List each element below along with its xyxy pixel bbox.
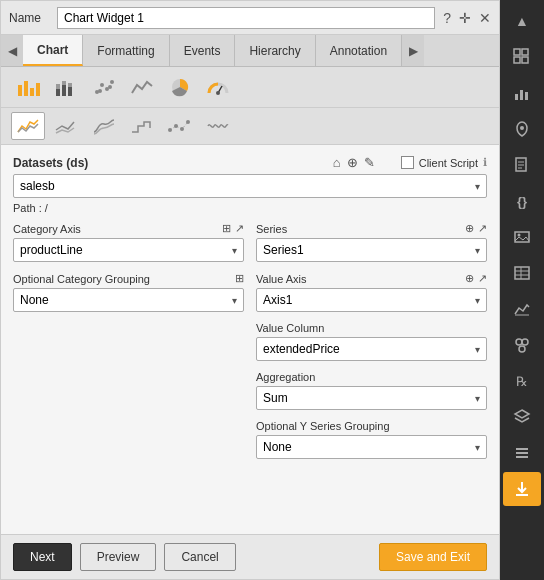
value-axis-arrow-icon[interactable]: ↗ <box>478 272 487 285</box>
sidebar-doc-icon[interactable] <box>503 148 541 182</box>
help-icon[interactable]: ? <box>443 10 451 26</box>
next-button[interactable]: Next <box>13 543 72 571</box>
svg-point-43 <box>522 339 528 345</box>
tab-formatting[interactable]: Formatting <box>83 35 169 66</box>
chart-smooth-btn[interactable] <box>87 112 121 140</box>
optional-category-select[interactable]: None ▾ <box>13 288 244 312</box>
right-sidebar: ▲ {} <box>500 0 544 580</box>
svg-point-36 <box>518 234 521 237</box>
sidebar-group-icon[interactable] <box>503 328 541 362</box>
sidebar-grid-icon[interactable] <box>503 40 541 74</box>
chart-dots-btn[interactable] <box>163 112 197 140</box>
svg-rect-9 <box>68 83 72 87</box>
svg-point-14 <box>98 89 102 93</box>
chart-pie-btn[interactable] <box>163 73 197 101</box>
svg-rect-35 <box>515 232 529 242</box>
svg-rect-28 <box>520 90 523 100</box>
value-column-select[interactable]: extendedPrice ▾ <box>256 337 487 361</box>
series-add-icon[interactable]: ⊕ <box>465 222 474 235</box>
footer: Next Preview Cancel Save and Exit <box>1 534 499 579</box>
svg-rect-6 <box>62 85 66 96</box>
cancel-button[interactable]: Cancel <box>164 543 235 571</box>
header: Name ? ✛ ✕ <box>1 1 499 35</box>
sidebar-download-icon[interactable] <box>503 472 541 506</box>
chart-step-btn[interactable] <box>125 112 159 140</box>
sidebar-chart-icon[interactable] <box>503 76 541 110</box>
optional-category-config-icon[interactable]: ⊞ <box>235 272 244 285</box>
tab-chart[interactable]: Chart <box>23 35 83 66</box>
tab-right-arrow[interactable]: ▶ <box>402 35 424 66</box>
chart-spark-btn[interactable] <box>201 112 235 140</box>
datasets-edit-icon[interactable]: ✎ <box>364 155 375 170</box>
optional-y-series-select[interactable]: None ▾ <box>256 435 487 459</box>
optional-category-label: Optional Category Grouping <box>13 273 150 285</box>
sidebar-up-icon[interactable]: ▲ <box>503 4 541 38</box>
svg-point-22 <box>186 120 190 124</box>
tab-events[interactable]: Events <box>170 35 236 66</box>
svg-rect-23 <box>514 49 520 55</box>
series-select[interactable]: Series1 ▾ <box>256 238 487 262</box>
datasets-select[interactable]: salesb ▾ <box>13 174 487 198</box>
category-axis-config-icon[interactable]: ⊞ <box>222 222 231 235</box>
svg-point-11 <box>100 83 104 87</box>
svg-rect-4 <box>56 89 60 96</box>
category-axis-arrow-icon[interactable]: ↗ <box>235 222 244 235</box>
datasets-add-icon[interactable]: ⊕ <box>347 155 358 170</box>
value-column-label: Value Column <box>256 322 324 334</box>
chart-bar-btn[interactable] <box>11 73 45 101</box>
series-arrow-icon[interactable]: ↗ <box>478 222 487 235</box>
category-axis-group: Category Axis ⊞ ↗ productLine ▾ <box>13 222 244 262</box>
save-exit-button[interactable]: Save and Exit <box>379 543 487 571</box>
chart-line-btn[interactable] <box>125 73 159 101</box>
aggregation-arrow: ▾ <box>475 393 480 404</box>
series-label: Series <box>256 223 287 235</box>
svg-rect-8 <box>68 87 72 96</box>
sidebar-table-icon[interactable] <box>503 256 541 290</box>
sidebar-stack-icon[interactable] <box>503 436 541 470</box>
category-axis-select[interactable]: productLine ▾ <box>13 238 244 262</box>
svg-rect-27 <box>515 94 518 100</box>
optional-category-arrow: ▾ <box>232 295 237 306</box>
value-axis-group: Value Axis ⊕ ↗ Axis1 ▾ <box>256 272 487 312</box>
category-axis-arrow: ▾ <box>232 245 237 256</box>
svg-point-44 <box>519 346 525 352</box>
svg-rect-1 <box>24 81 28 96</box>
chart-gauge-btn[interactable] <box>201 73 235 101</box>
aggregation-group: Aggregation Sum ▾ <box>256 371 487 410</box>
series-arrow: ▾ <box>475 245 480 256</box>
datasets-label: Datasets (ds) <box>13 156 88 170</box>
tab-annotation[interactable]: Annotation <box>316 35 402 66</box>
value-axis-label: Value Axis <box>256 273 307 285</box>
sidebar-layers-icon[interactable] <box>503 400 541 434</box>
aggregation-label: Aggregation <box>256 371 315 383</box>
value-axis-add-icon[interactable]: ⊕ <box>465 272 474 285</box>
preview-button[interactable]: Preview <box>80 543 157 571</box>
value-axis-select[interactable]: Axis1 ▾ <box>256 288 487 312</box>
datasets-home-icon[interactable]: ⌂ <box>333 155 341 170</box>
aggregation-select[interactable]: Sum ▾ <box>256 386 487 410</box>
tab-left-arrow[interactable]: ◀ <box>1 35 23 66</box>
sidebar-linechart-icon[interactable] <box>503 292 541 326</box>
optional-y-series-group: Optional Y Series Grouping None ▾ <box>256 420 487 459</box>
chart-stacked-btn[interactable] <box>49 73 83 101</box>
svg-point-18 <box>216 91 220 95</box>
chart-multiline-btn[interactable] <box>49 112 83 140</box>
sidebar-map-icon[interactable] <box>503 112 541 146</box>
svg-point-21 <box>180 127 184 131</box>
svg-point-15 <box>108 85 112 89</box>
svg-rect-0 <box>18 85 22 96</box>
close-icon[interactable]: ✕ <box>479 10 491 26</box>
client-script-label: Client Script <box>419 157 478 169</box>
svg-rect-25 <box>514 57 520 63</box>
move-icon[interactable]: ✛ <box>459 10 471 26</box>
chart-scatter-btn[interactable] <box>87 73 121 101</box>
tab-hierarchy[interactable]: Hierarchy <box>235 35 315 66</box>
title-input[interactable] <box>57 7 435 29</box>
value-column-arrow: ▾ <box>475 344 480 355</box>
chart-area-btn[interactable] <box>11 112 45 140</box>
sidebar-image-icon[interactable] <box>503 220 541 254</box>
sidebar-code-icon[interactable]: {} <box>503 184 541 218</box>
client-script-checkbox[interactable] <box>401 156 414 169</box>
sidebar-rx-icon[interactable]: ℞ <box>503 364 541 398</box>
optional-y-series-arrow: ▾ <box>475 442 480 453</box>
